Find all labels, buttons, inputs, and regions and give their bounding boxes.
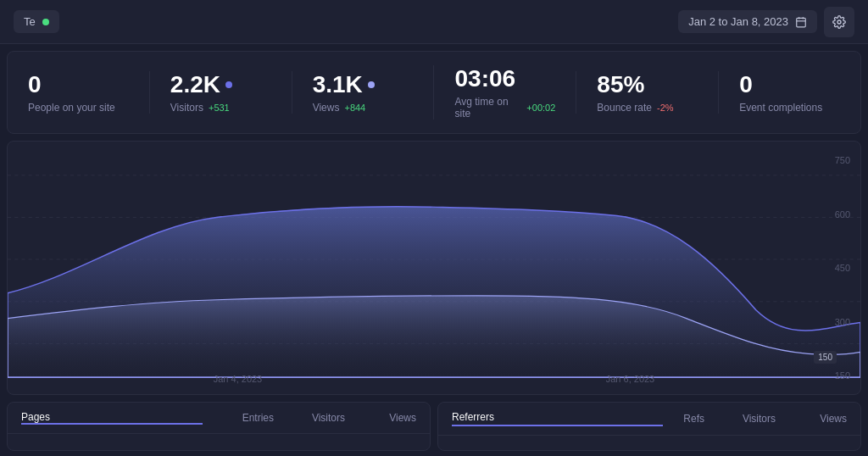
pages-col-pages: Pages bbox=[21, 411, 203, 425]
header-right: Jan 2 to Jan 8, 2023 bbox=[678, 7, 854, 37]
y-label-300: 300 bbox=[835, 317, 850, 327]
y-axis-labels: 750 600 450 300 150 bbox=[835, 142, 850, 394]
x-label-jan4: Jan 4, 2023 bbox=[214, 374, 263, 384]
stat-people-value: 0 bbox=[28, 71, 129, 98]
stat-events: 0 Event completions bbox=[718, 71, 840, 114]
site-name: Te bbox=[24, 15, 36, 28]
svg-rect-0 bbox=[797, 18, 806, 26]
stat-visitors-value: 2.2K bbox=[170, 71, 271, 98]
stat-visitors-label: Visitors +531 bbox=[170, 102, 271, 114]
y-label-750: 750 bbox=[835, 155, 850, 165]
pages-col-entries: Entries bbox=[223, 412, 274, 424]
stat-people: 0 People on your site bbox=[28, 71, 129, 114]
visitors-dot bbox=[225, 81, 232, 88]
stat-bounce-label: Bounce rate -2% bbox=[597, 102, 698, 114]
bottom-panels: Pages Entries Visitors Views Referrers R… bbox=[7, 402, 861, 451]
referrers-panel-header: Referrers Refs Visitors Views bbox=[438, 403, 860, 436]
y-label-600: 600 bbox=[835, 209, 850, 220]
date-range-label: Jan 2 to Jan 8, 2023 bbox=[688, 15, 788, 28]
stat-events-value: 0 bbox=[739, 71, 840, 98]
stat-views-value: 3.1K bbox=[313, 71, 414, 98]
bounce-change: -2% bbox=[657, 103, 674, 113]
live-indicator-dot bbox=[42, 19, 49, 25]
date-range-selector[interactable]: Jan 2 to Jan 8, 2023 bbox=[678, 10, 817, 33]
stat-avg-time-label: Avg time on site +00:02 bbox=[454, 96, 555, 120]
main-chart: 750 600 450 300 150 150 Jan 4, 2023 Jan … bbox=[7, 141, 861, 395]
stat-avg-time-value: 03:06 bbox=[454, 65, 555, 92]
chart-highlight-label: 150 bbox=[814, 351, 837, 364]
stat-views-label: Views +844 bbox=[313, 102, 414, 114]
site-selector[interactable]: Te bbox=[14, 10, 59, 33]
views-dot bbox=[368, 81, 375, 88]
views-change: +844 bbox=[344, 103, 365, 113]
x-axis-labels: Jan 4, 2023 Jan 6, 2023 bbox=[8, 374, 860, 384]
avg-time-change: +00:02 bbox=[526, 103, 555, 113]
pages-panel-header: Pages Entries Visitors Views bbox=[8, 403, 430, 434]
header: Te Jan 2 to Jan 8, 2023 bbox=[0, 0, 868, 44]
x-label-jan6: Jan 6, 2023 bbox=[606, 374, 655, 384]
chart-svg bbox=[8, 142, 860, 394]
stats-bar: 0 People on your site 2.2K Visitors +531… bbox=[7, 51, 861, 134]
pages-col-views: Views bbox=[365, 412, 416, 424]
pages-panel: Pages Entries Visitors Views bbox=[7, 402, 431, 451]
y-label-450: 450 bbox=[835, 263, 850, 273]
svg-point-4 bbox=[837, 20, 841, 24]
gear-icon bbox=[832, 15, 846, 29]
stat-people-label: People on your site bbox=[28, 102, 129, 114]
stat-avg-time: 03:06 Avg time on site +00:02 bbox=[433, 65, 555, 120]
referrers-col-views: Views bbox=[796, 413, 847, 425]
stat-views: 3.1K Views +844 bbox=[292, 71, 414, 114]
stat-visitors: 2.2K Visitors +531 bbox=[149, 71, 271, 114]
settings-button[interactable] bbox=[824, 7, 854, 37]
calendar-icon bbox=[795, 16, 807, 28]
pages-col-visitors: Visitors bbox=[294, 412, 345, 424]
referrers-col-refs: Refs bbox=[683, 413, 704, 425]
stat-bounce: 85% Bounce rate -2% bbox=[576, 71, 698, 114]
referrers-col-visitors: Visitors bbox=[725, 413, 776, 425]
stat-events-label: Event completions bbox=[739, 102, 840, 114]
stat-bounce-value: 85% bbox=[597, 71, 698, 98]
referrers-panel: Referrers Refs Visitors Views bbox=[437, 402, 861, 451]
visitors-change: +531 bbox=[209, 103, 230, 113]
referrers-col-referrers: Referrers bbox=[452, 411, 663, 426]
